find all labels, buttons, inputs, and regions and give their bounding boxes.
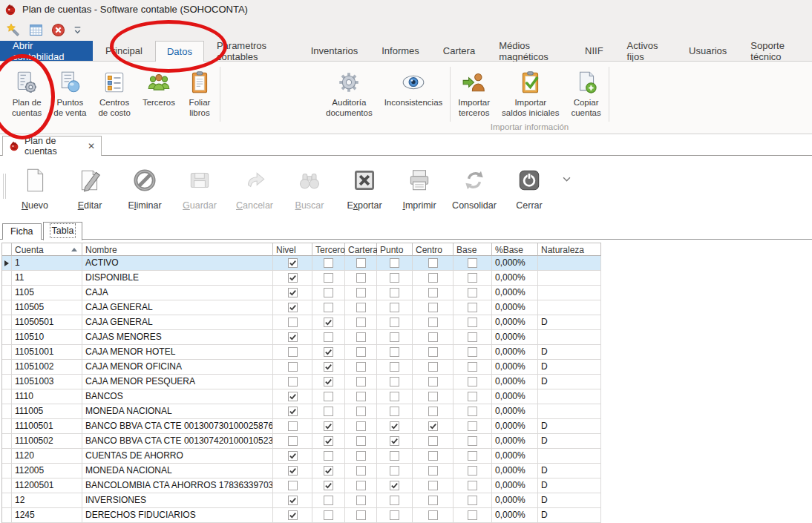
table-row[interactable]: 110505CAJA GENERAL0,000% xyxy=(2,300,601,315)
toolbar-button-consolidar[interactable]: Consolidar xyxy=(447,156,502,221)
ribbon-button-plan-de-cuentas[interactable]: Plan decuentas xyxy=(7,68,47,119)
nivel-checkbox[interactable] xyxy=(288,436,298,446)
centro-checkbox[interactable] xyxy=(428,377,438,387)
punto-checkbox[interactable] xyxy=(390,347,399,357)
tercero-checkbox[interactable] xyxy=(324,407,333,416)
ribbon-tab-niif[interactable]: NIIF xyxy=(574,41,615,61)
tercero-checkbox-checked[interactable] xyxy=(324,466,333,476)
nivel-checkbox-checked[interactable] xyxy=(288,303,298,312)
punto-checkbox-checked[interactable] xyxy=(390,421,399,431)
table-row[interactable]: 11100501BANCO BBVA CTA CTE 0013007301000… xyxy=(2,419,601,434)
centro-checkbox[interactable] xyxy=(428,466,438,476)
ribbon-button-foliar-libros[interactable]: Foliarlibros xyxy=(182,68,217,119)
magic-wand-icon[interactable] xyxy=(7,23,21,37)
tercero-checkbox-checked[interactable] xyxy=(324,481,333,490)
table-row[interactable]: 11051003CAJA MENOR PESQUERA0,000%D xyxy=(2,375,601,389)
punto-checkbox[interactable] xyxy=(390,466,399,476)
column-header-naturaleza[interactable]: Naturaleza xyxy=(538,243,601,256)
column-header-cartera[interactable]: Cartera xyxy=(345,243,377,256)
cartera-checkbox[interactable] xyxy=(356,481,366,490)
column-header-centro[interactable]: Centro xyxy=(413,243,454,256)
toolbar-options-icon[interactable] xyxy=(73,25,82,35)
base-checkbox[interactable] xyxy=(468,288,477,297)
table-row[interactable]: 1110BANCOS0,000% xyxy=(2,389,601,404)
tercero-checkbox-checked[interactable] xyxy=(324,436,333,446)
ribbon-button-importar-terceros[interactable]: Importarterceros xyxy=(453,68,495,119)
punto-checkbox[interactable] xyxy=(390,332,399,342)
nivel-checkbox-checked[interactable] xyxy=(288,496,298,505)
toolbar-button-nuevo[interactable]: Nuevo xyxy=(7,156,62,221)
tercero-checkbox[interactable] xyxy=(324,496,333,505)
cartera-checkbox[interactable] xyxy=(356,510,366,520)
base-checkbox[interactable] xyxy=(468,318,477,327)
base-checkbox[interactable] xyxy=(468,421,477,431)
punto-checkbox[interactable] xyxy=(390,258,399,268)
view-tab-tabla[interactable]: Tabla xyxy=(43,222,83,240)
centro-checkbox[interactable] xyxy=(428,347,438,357)
table-row[interactable]: 1ACTIVO0,000% xyxy=(2,256,601,271)
ribbon-tab-datos[interactable]: Datos xyxy=(155,41,204,62)
column-header-nombre[interactable]: Nombre xyxy=(82,243,273,256)
cartera-checkbox[interactable] xyxy=(356,466,366,476)
ribbon-tab-usuarios[interactable]: Usuarios xyxy=(678,41,738,61)
table-row[interactable]: 111005MONEDA NACIONAL0,000% xyxy=(2,404,601,419)
nivel-checkbox-checked[interactable] xyxy=(288,332,298,342)
cartera-checkbox[interactable] xyxy=(356,288,366,297)
punto-checkbox[interactable] xyxy=(390,303,399,312)
nivel-checkbox-checked[interactable] xyxy=(288,258,298,268)
cartera-checkbox[interactable] xyxy=(356,362,366,372)
nivel-checkbox[interactable] xyxy=(288,318,298,327)
table-row[interactable]: 12INVERSIONES0,000%D xyxy=(2,493,601,508)
ribbon-tab-activos-fijos[interactable]: Activos fijos xyxy=(616,41,676,61)
cartera-checkbox[interactable] xyxy=(356,496,366,505)
tercero-checkbox-checked[interactable] xyxy=(324,362,333,372)
centro-checkbox-checked[interactable] xyxy=(428,421,438,431)
punto-checkbox[interactable] xyxy=(390,362,399,372)
nivel-checkbox-checked[interactable] xyxy=(288,466,298,476)
toolbar-grip[interactable] xyxy=(3,174,6,199)
base-checkbox[interactable] xyxy=(468,466,477,476)
punto-checkbox[interactable] xyxy=(390,496,399,505)
toolbar-button-exportar[interactable]: Exportar xyxy=(337,156,392,221)
column-header-base[interactable]: %Base xyxy=(492,243,538,256)
nivel-checkbox-checked[interactable] xyxy=(288,510,298,520)
tercero-checkbox[interactable] xyxy=(324,273,333,283)
punto-checkbox[interactable] xyxy=(390,318,399,327)
base-checkbox[interactable] xyxy=(468,392,477,401)
base-checkbox[interactable] xyxy=(468,347,477,357)
toolbar-button-eliminar[interactable]: Eliminar xyxy=(117,156,172,221)
centro-checkbox[interactable] xyxy=(428,303,438,312)
ribbon-tab-parametros-contables[interactable]: Parametros contables xyxy=(206,41,298,61)
calendar-icon[interactable] xyxy=(29,23,43,37)
base-checkbox[interactable] xyxy=(468,332,477,342)
column-header-nivel[interactable]: Nivel xyxy=(273,243,312,256)
base-checkbox[interactable] xyxy=(468,273,477,283)
centro-checkbox[interactable] xyxy=(428,392,438,401)
tercero-checkbox[interactable] xyxy=(324,451,333,461)
nivel-checkbox[interactable] xyxy=(288,421,298,431)
table-row[interactable]: 11051001CAJA MENOR HOTEL0,000%D xyxy=(2,345,601,360)
ribbon-button-inconsistencias[interactable]: Inconsistencias xyxy=(379,68,448,109)
cartera-checkbox[interactable] xyxy=(356,303,366,312)
ribbon-tab-m-dios-magn-ticos[interactable]: Médios magnéticos xyxy=(488,41,572,61)
table-row[interactable]: 1245DERECHOS FIDUCIARIOS0,000%D xyxy=(2,508,601,523)
base-checkbox[interactable] xyxy=(468,451,477,461)
table-row[interactable]: 1105CAJA0,000% xyxy=(2,286,601,300)
base-checkbox[interactable] xyxy=(468,258,477,268)
toolbar-button-cerrar[interactable]: Cerrar xyxy=(502,156,557,221)
tercero-checkbox-checked[interactable] xyxy=(324,421,333,431)
ribbon-tab-cartera[interactable]: Cartera xyxy=(432,41,486,61)
cartera-checkbox[interactable] xyxy=(356,258,366,268)
ribbon-button-importar-saldos-iniciales[interactable]: Importarsaldos iniciales xyxy=(497,68,564,119)
tercero-checkbox[interactable] xyxy=(324,510,333,520)
ribbon-button-centros-de-costo[interactable]: Centrosde costo xyxy=(93,68,135,119)
table-row[interactable]: 11100502BANCO BBVA CTA CTE 0013074201000… xyxy=(2,434,601,449)
view-tab-ficha[interactable]: Ficha xyxy=(2,223,42,240)
tercero-checkbox-checked[interactable] xyxy=(324,377,333,387)
tercero-checkbox[interactable] xyxy=(324,332,333,342)
column-header-tercero[interactable]: Tercero xyxy=(312,243,345,256)
close-circle-icon[interactable] xyxy=(51,23,65,37)
cartera-checkbox[interactable] xyxy=(356,407,366,416)
ribbon-button-terceros[interactable]: Terceros xyxy=(137,68,180,109)
toolbar-more-button[interactable] xyxy=(563,177,571,182)
